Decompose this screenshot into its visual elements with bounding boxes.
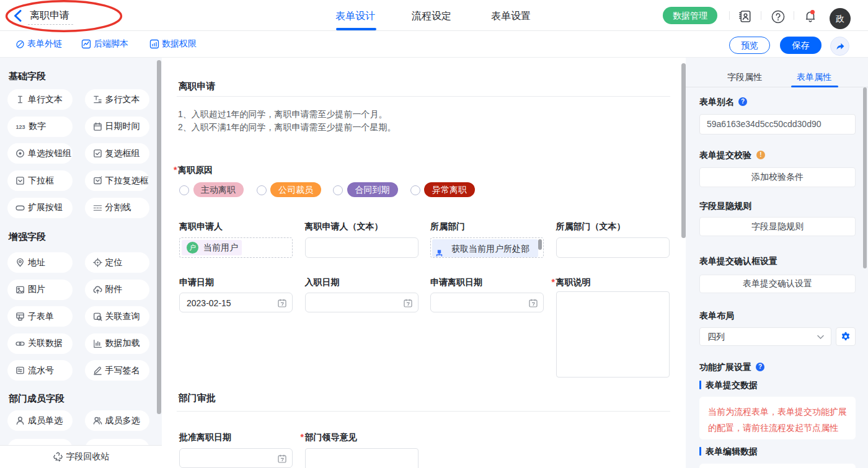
svg-text:123: 123 bbox=[16, 124, 25, 130]
